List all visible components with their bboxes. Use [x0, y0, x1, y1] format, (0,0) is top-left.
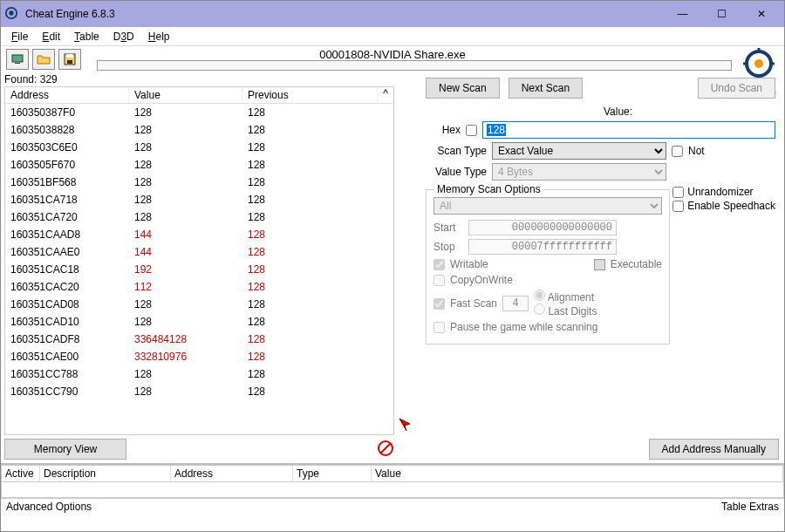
menu-d3d[interactable]: D3D: [106, 29, 141, 44]
fastscan-value[interactable]: [502, 296, 529, 311]
value-input[interactable]: 128: [482, 121, 775, 139]
speedhack-checkbox[interactable]: [672, 201, 684, 212]
table-row[interactable]: 160351CA718128128: [5, 191, 393, 208]
table-row[interactable]: 160351CADF8336484128128: [5, 331, 393, 348]
svg-point-8: [754, 59, 763, 68]
lastdigits-radio[interactable]: [534, 304, 545, 315]
value-label: Value:: [604, 106, 632, 118]
scan-pane: New Scan Next Scan Undo Scan Value: Hex …: [417, 72, 784, 463]
col-previous[interactable]: Previous: [242, 87, 378, 103]
fastscan-checkbox[interactable]: [433, 298, 445, 310]
col-value[interactable]: Value: [129, 87, 242, 103]
found-count: Found: 329: [1, 72, 398, 86]
cheat-table[interactable]: Active Description Address Type Value: [1, 463, 784, 498]
stop-input[interactable]: [468, 239, 617, 255]
table-row[interactable]: 160351CAD10128128: [5, 313, 393, 331]
menu-file[interactable]: File: [4, 29, 35, 44]
table-row[interactable]: 160351CAC20112128: [5, 278, 393, 296]
copyonwrite-checkbox[interactable]: [433, 275, 445, 286]
toolbar: 00001808-NVIDIA Share.exe Settings: [1, 46, 784, 72]
not-label: Not: [688, 145, 705, 157]
close-button[interactable]: ✕: [741, 2, 781, 26]
open-process-button[interactable]: [6, 49, 29, 70]
table-row[interactable]: 1603503C6E0128128: [5, 139, 393, 156]
save-button[interactable]: [58, 49, 81, 70]
maximize-button[interactable]: ☐: [702, 2, 741, 26]
next-scan-button[interactable]: Next Scan: [509, 78, 583, 99]
table-row[interactable]: 160351CC788128128: [5, 365, 393, 383]
app-icon: [4, 6, 20, 22]
computer-icon: [10, 52, 24, 66]
region-select[interactable]: All: [433, 197, 662, 215]
table-extras[interactable]: Table Extras: [721, 501, 779, 513]
table-row[interactable]: 160351CAC18192128: [5, 261, 393, 278]
col-value2[interactable]: Value: [372, 466, 783, 481]
start-input[interactable]: [468, 220, 617, 235]
unrandomizer-checkbox[interactable]: [672, 187, 684, 198]
table-row[interactable]: 160351CA720128128: [5, 208, 393, 226]
window-title: Cheat Engine 6.8.3: [25, 8, 663, 20]
no-entry-icon[interactable]: [377, 440, 394, 460]
hex-label: Hex: [426, 124, 461, 136]
pointer-arrow-icon[interactable]: [398, 417, 417, 435]
scan-type-label: Scan Type: [426, 145, 487, 157]
results-pane: Found: 329 Address Value Previous ^ 1603…: [1, 72, 398, 463]
svg-rect-6: [67, 60, 72, 64]
memory-view-button[interactable]: Memory View: [4, 439, 126, 460]
col-description[interactable]: Description: [40, 466, 171, 481]
menubar: File Edit Table D3D Help: [1, 27, 784, 46]
writable-checkbox[interactable]: [433, 259, 445, 270]
svg-rect-5: [66, 54, 73, 58]
table-row[interactable]: 160351CAAE0144128: [5, 243, 393, 261]
value-type-select[interactable]: 4 Bytes: [492, 163, 666, 181]
pause-checkbox[interactable]: [433, 322, 445, 333]
col-address[interactable]: Address: [5, 87, 129, 103]
folder-open-icon: [37, 52, 51, 66]
advanced-options[interactable]: Advanced Options: [6, 501, 92, 513]
executable-checkbox[interactable]: [594, 259, 605, 270]
minimize-button[interactable]: —: [663, 2, 702, 26]
menu-table[interactable]: Table: [67, 29, 106, 44]
status-bar: Advanced Options Table Extras: [1, 498, 784, 515]
new-scan-button[interactable]: New Scan: [426, 78, 500, 99]
undo-scan-button[interactable]: Undo Scan: [698, 78, 775, 99]
titlebar: Cheat Engine 6.8.3 — ☐ ✕: [1, 1, 784, 27]
value-type-label: Value Type: [426, 166, 487, 178]
table-row[interactable]: 160351CAD08128128: [5, 296, 393, 313]
table-row[interactable]: 160351CAAD8144128: [5, 226, 393, 243]
alignment-radio[interactable]: [534, 290, 545, 301]
table-row[interactable]: 16035038828128128: [5, 121, 393, 139]
menu-edit[interactable]: Edit: [35, 29, 67, 44]
scan-type-select[interactable]: Exact Value: [492, 142, 666, 160]
col-type[interactable]: Type: [293, 466, 372, 481]
hex-checkbox[interactable]: [466, 125, 477, 136]
svg-line-10: [380, 443, 391, 454]
table-row[interactable]: 160351BF568128128: [5, 174, 393, 191]
col-active[interactable]: Active: [2, 466, 40, 481]
table-row[interactable]: 1603505F670128128: [5, 156, 393, 174]
svg-rect-2: [12, 55, 23, 62]
svg-rect-3: [15, 63, 20, 64]
table-row[interactable]: 160351CAE00332810976128: [5, 348, 393, 365]
col-address2[interactable]: Address: [171, 466, 293, 481]
results-table[interactable]: Address Value Previous ^ 160350387F01281…: [4, 86, 394, 435]
save-icon: [63, 52, 77, 66]
menu-help[interactable]: Help: [141, 29, 177, 44]
svg-point-1: [9, 10, 13, 15]
memory-scan-options: Memory Scan Options All Start Stop Writa…: [426, 189, 670, 344]
not-checkbox[interactable]: [672, 146, 683, 157]
add-address-manually-button[interactable]: Add Address Manually: [649, 439, 779, 460]
table-row[interactable]: 160351CC790128128: [5, 383, 393, 400]
open-file-button[interactable]: [32, 49, 55, 70]
table-row[interactable]: 160350387F0128128: [5, 104, 393, 121]
scroll-up-icon[interactable]: ^: [378, 87, 393, 103]
attached-process: 00001808-NVIDIA Share.exe: [319, 48, 466, 61]
progress-bar: [97, 60, 732, 71]
